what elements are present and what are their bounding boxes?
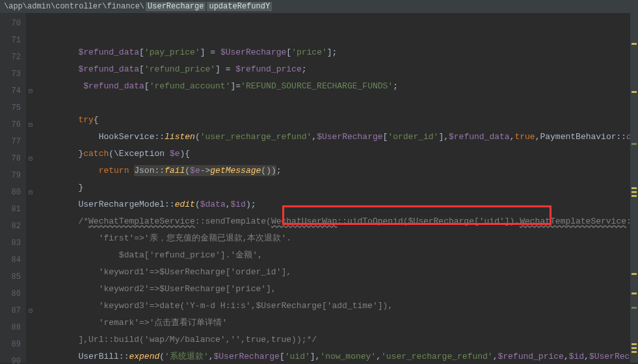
fold-handle	[26, 15, 35, 32]
code-line[interactable]: 'remark'=>'点击查看订单详情'	[35, 315, 630, 332]
line-number: 71	[0, 32, 26, 49]
fold-handle	[26, 319, 35, 336]
fold-handle	[26, 99, 35, 116]
code-line[interactable]: $refund_data['refund_price'] = $refund_p…	[35, 61, 630, 78]
code-line[interactable]: 'keyword1'=>$UserRecharge['order_id'],	[35, 264, 630, 281]
line-number: 83	[0, 235, 26, 252]
fold-handle	[26, 336, 35, 353]
code-line[interactable]: 'keyword2'=>$UserRecharge['price'],	[35, 281, 630, 298]
fold-handle	[26, 201, 35, 218]
code-area[interactable]: $refund_data['pay_price'] = $UserRecharg…	[35, 13, 630, 363]
fold-handle	[26, 285, 35, 302]
fold-handle[interactable]: ⊟	[26, 150, 35, 167]
error-mark[interactable]	[631, 191, 637, 193]
fold-handle	[26, 32, 35, 49]
error-mark[interactable]	[631, 273, 637, 275]
code-line[interactable]: UserBill::expend('系统退款',$UserRecharge['u…	[35, 348, 630, 363]
fold-handle	[26, 235, 35, 252]
error-mark[interactable]	[631, 187, 637, 189]
code-line[interactable]: 'first'=>'亲，您充值的金额已退款,本次退款'.	[35, 230, 630, 247]
line-number: 84	[0, 252, 26, 268]
code-line[interactable]: }	[35, 179, 630, 196]
error-stripe[interactable]	[630, 13, 638, 363]
line-number: 87	[0, 302, 26, 319]
line-number: 72	[0, 49, 26, 66]
code-line[interactable]: /*WechatTemplateService::sendTemplate(We…	[35, 213, 630, 230]
line-number: 90	[0, 353, 26, 364]
code-line[interactable]: try{	[35, 112, 630, 129]
error-mark[interactable]	[631, 43, 637, 45]
error-mark[interactable]	[631, 91, 637, 93]
error-mark[interactable]	[631, 292, 637, 294]
fold-handle[interactable]: ⊟	[26, 116, 35, 133]
error-mark[interactable]	[631, 343, 637, 345]
code-editor[interactable]: 7071727374757677787980818283848586878889…	[0, 13, 638, 363]
line-number: 78	[0, 150, 26, 167]
line-number: 74	[0, 83, 26, 99]
fold-handle	[26, 66, 35, 83]
fold-handle	[26, 49, 35, 66]
line-number-gutter: 7071727374757677787980818283848586878889…	[0, 13, 26, 363]
fold-handle	[26, 167, 35, 184]
code-line[interactable]: UserRechargeModel::edit($data,$id);	[35, 196, 630, 213]
line-number: 75	[0, 99, 26, 116]
line-number: 82	[0, 218, 26, 235]
code-line[interactable]: $refund_data['pay_price'] = $UserRecharg…	[35, 44, 630, 61]
fold-handle	[26, 133, 35, 150]
error-mark[interactable]	[631, 347, 637, 349]
line-number: 80	[0, 184, 26, 201]
line-number: 81	[0, 201, 26, 218]
code-line[interactable]: $refund_data['refund_account']='REFUND_S…	[35, 78, 630, 95]
line-number: 85	[0, 268, 26, 285]
fold-handle	[26, 268, 35, 285]
code-line[interactable]: HookService::listen('user_recharge_refun…	[35, 129, 630, 146]
breadcrumb: \app\admin\controller\finance\ UserRecha…	[0, 0, 638, 13]
line-number: 86	[0, 285, 26, 302]
code-line[interactable]: $data['refund_price'].'金额',	[35, 247, 630, 264]
error-mark[interactable]	[631, 351, 637, 353]
fold-handle	[26, 218, 35, 235]
fold-handle	[26, 252, 35, 268]
line-number: 73	[0, 66, 26, 83]
fold-column[interactable]: ⊟⊟⊟⊟⊟	[26, 13, 35, 363]
fold-handle[interactable]: ⊟	[26, 83, 35, 99]
fold-handle[interactable]: ⊟	[26, 184, 35, 201]
fold-handle[interactable]: ⊟	[26, 302, 35, 319]
line-number: 70	[0, 15, 26, 32]
line-number: 88	[0, 319, 26, 336]
breadcrumb-class[interactable]: UserRecharge	[146, 2, 206, 11]
code-line[interactable]: }catch(\Exception $e){	[35, 146, 630, 162]
line-number: 89	[0, 336, 26, 353]
error-mark[interactable]	[631, 195, 637, 197]
line-number: 76	[0, 116, 26, 133]
line-number: 77	[0, 133, 26, 150]
error-mark[interactable]	[631, 307, 637, 309]
code-line[interactable]: ],Url::build('wap/My/balance','',true,tr…	[35, 332, 630, 348]
code-line[interactable]: 'keyword3'=>date('Y-m-d H:i:s',$UserRech…	[35, 298, 630, 315]
fold-handle	[26, 353, 35, 364]
breadcrumb-method[interactable]: updateRefundY	[207, 2, 272, 11]
error-mark[interactable]	[631, 143, 637, 145]
line-number: 79	[0, 167, 26, 184]
breadcrumb-path: \app\admin\controller\finance\	[4, 2, 144, 11]
code-line[interactable]: return Json::fail($e->getMessage());	[35, 162, 630, 179]
code-line[interactable]	[35, 95, 630, 112]
